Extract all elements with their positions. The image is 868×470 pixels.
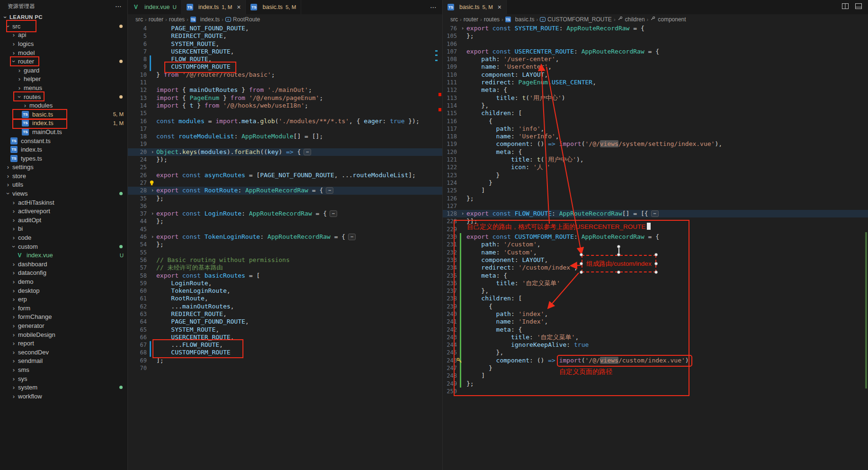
code-line-230[interactable]: 230export const CUSTOMFORM_ROUTE: AppRou… (443, 233, 868, 241)
tree-item-index.vue[interactable]: Vindex.vueU (0, 251, 127, 260)
tree-item-basic.ts[interactable]: TSbasic.ts5, M (0, 110, 127, 119)
code-line-60[interactable]: 60 TokenLoginRoute, (128, 287, 442, 295)
tree-item-routes[interactable]: ›routes (0, 92, 127, 101)
tree-item-constant.ts[interactable]: TSconstant.ts (0, 136, 127, 145)
code-line-14[interactable]: 14import { t } from '/@/hooks/web/useI18… (128, 102, 442, 109)
breadcrumb-item-src[interactable]: src (135, 16, 143, 23)
tree-item-secondDev[interactable]: ›secondDev (0, 348, 127, 357)
code-line-56[interactable]: 56// Basic routing without permissions (128, 256, 442, 264)
workspace-section-header[interactable]: › LEARUN PC (0, 12, 127, 22)
code-line-67[interactable]: 67 ...FLOW_ROUTE, (128, 341, 442, 349)
tab-basic.ts[interactable]: TSbasic.ts5, M× (443, 0, 507, 14)
resize-handle[interactable] (580, 271, 583, 274)
overview-ruler-added-mark[interactable] (865, 232, 867, 389)
code-line-59[interactable]: 59 LoginRoute, (128, 280, 442, 287)
code-line-117[interactable]: 117 path: 'info', (443, 125, 868, 133)
tree-item-mobileDesign[interactable]: ›mobileDesign (0, 330, 127, 339)
editor-more-actions-icon[interactable]: ⋯ (430, 3, 437, 11)
resize-handle[interactable] (580, 253, 583, 256)
code-line-66[interactable]: 66 USERCENTER_ROUTE, (128, 334, 442, 341)
breadcrumb-item-children[interactable]: children (617, 16, 645, 23)
code-line-37[interactable]: 37›export const LoginRoute: AppRouteReco… (128, 210, 442, 217)
breadcrumb-item-router[interactable]: router (464, 16, 478, 23)
code-line-45[interactable]: 45 (128, 226, 442, 233)
code-line-17[interactable]: 17 (128, 125, 442, 133)
tree-item-sendmail[interactable]: ›sendmail (0, 357, 127, 366)
tree-item-bi[interactable]: ›bi (0, 225, 127, 234)
code-line-106[interactable]: 106 (443, 40, 868, 48)
tree-item-utils[interactable]: ›utils (0, 181, 127, 190)
breadcrumb-item-CUSTOMFORM_ROUTE[interactable]: ≡CUSTOMFORM_ROUTE (540, 16, 612, 23)
code-line-70[interactable]: 70 (128, 364, 442, 372)
code-line-15[interactable]: 15 (128, 109, 442, 117)
code-line-7[interactable]: 7 USERCENTER_ROUTE, (128, 48, 442, 55)
folded-region-ellipsis[interactable]: ⋯ (326, 187, 333, 194)
fold-chevron-icon[interactable]: › (149, 187, 156, 194)
code-line-243[interactable]: 243 title: '自定义菜单', (443, 334, 868, 341)
code-line-108[interactable]: 108 path: '/user-center', (443, 55, 868, 63)
tree-item-modules[interactable]: ›modules (0, 101, 127, 110)
resize-handle[interactable] (617, 271, 620, 274)
tree-item-index.ts[interactable]: TSindex.ts1, M (0, 119, 127, 128)
code-line-27[interactable]: 27 (128, 179, 442, 187)
code-line-121[interactable]: 121 title: t('用户中心'), (443, 156, 868, 163)
code-line-13[interactable]: 13import { PageEnum } from '/@/enums/pag… (128, 94, 442, 102)
resize-handle[interactable] (617, 253, 620, 256)
code-line-24[interactable]: 24}); (128, 156, 442, 163)
tree-item-form[interactable]: ›form (0, 304, 127, 313)
code-line-120[interactable]: 120 meta: { (443, 148, 868, 156)
code-line-239[interactable]: 239 { (443, 303, 868, 310)
fold-chevron-icon[interactable]: › (149, 233, 156, 241)
tree-item-sys[interactable]: ›sys (0, 374, 127, 383)
resize-handle[interactable] (580, 262, 583, 265)
code-line-231[interactable]: 231 path: '/custom', (443, 241, 868, 248)
tree-item-menus[interactable]: ›menus (0, 83, 127, 92)
close-icon[interactable]: × (237, 4, 241, 10)
code-line-55[interactable]: 55 (128, 249, 442, 256)
tab-index.vue[interactable]: Vindex.vueU (128, 0, 182, 14)
code-line-116[interactable]: 116 { (443, 118, 868, 125)
code-line-245[interactable]: 245 }, (443, 349, 868, 356)
overview-ruler-error-mark[interactable] (438, 108, 441, 111)
tree-item-generator[interactable]: ›generator (0, 321, 127, 330)
code-line-236[interactable]: 236 title: '自定义菜单' (443, 280, 868, 287)
tree-item-system[interactable]: ›system (0, 383, 127, 392)
code-line-115[interactable]: 115 children: [ (443, 109, 868, 117)
code-line-11[interactable]: 11 (128, 79, 442, 86)
tree-item-store[interactable]: ›store (0, 172, 127, 181)
tree-item-logics[interactable]: ›logics (0, 39, 127, 48)
code-left[interactable]: 4 PAGE_NOT_FOUND_ROUTE,5 REDIRECT_ROUTE,… (128, 25, 442, 470)
tree-item-dashboard[interactable]: ›dashboard (0, 260, 127, 269)
breadcrumb-item-routes[interactable]: routes (484, 16, 500, 23)
breadcrumb-item-routes[interactable]: routes (169, 16, 185, 23)
breadcrumb-item-RootRoute[interactable]: ≡RootRoute (225, 16, 260, 23)
code-line-248[interactable]: 248 ] (443, 372, 868, 380)
code-line-123[interactable]: 123 } (443, 172, 868, 179)
code-line-237[interactable]: 237 }, (443, 287, 868, 295)
tree-item-formChange[interactable]: ›formChange (0, 313, 127, 322)
code-line-18[interactable]: 18const routeModuleList: AppRouteModule[… (128, 133, 442, 140)
explorer-more-actions-icon[interactable]: ⋯ (115, 2, 122, 10)
code-line-64[interactable]: 64 PAGE_NOT_FOUND_ROUTE, (128, 318, 442, 325)
code-line-105[interactable]: 105}; (443, 32, 868, 40)
tree-item-mainOut.ts[interactable]: TSmainOut.ts (0, 127, 127, 136)
code-line-110[interactable]: 110 component: LAYOUT, (443, 71, 868, 79)
tree-item-code[interactable]: ›code (0, 233, 127, 242)
code-line-107[interactable]: 107export const USERCENTER_ROUTE: AppRou… (443, 48, 868, 55)
code-line-126[interactable]: 126}; (443, 195, 868, 202)
folded-region-ellipsis[interactable]: ⋯ (348, 234, 356, 240)
code-line-119[interactable]: 119 component: () => import('/@/views/sy… (443, 140, 868, 148)
tree-item-demo[interactable]: ›demo (0, 277, 127, 286)
customize-layout-icon[interactable] (855, 2, 862, 12)
code-line-112[interactable]: 112 meta: { (443, 86, 868, 94)
tree-item-auditOpt[interactable]: ›auditOpt (0, 216, 127, 225)
code-line-249[interactable]: 249}; (443, 380, 868, 388)
breadcrumb-item-src[interactable]: src (450, 16, 458, 23)
code-line-114[interactable]: 114 }, (443, 102, 868, 109)
code-line-44[interactable]: 44}; (128, 217, 442, 225)
split-editor-icon[interactable] (841, 2, 849, 12)
code-line-10[interactable]: 10} from '/@/router/routes/basic'; (128, 71, 442, 79)
tree-item-model[interactable]: ›model (0, 48, 127, 57)
tree-item-src[interactable]: ›src (0, 22, 127, 31)
code-line-58[interactable]: 58export const basicRoutes = [ (128, 272, 442, 280)
